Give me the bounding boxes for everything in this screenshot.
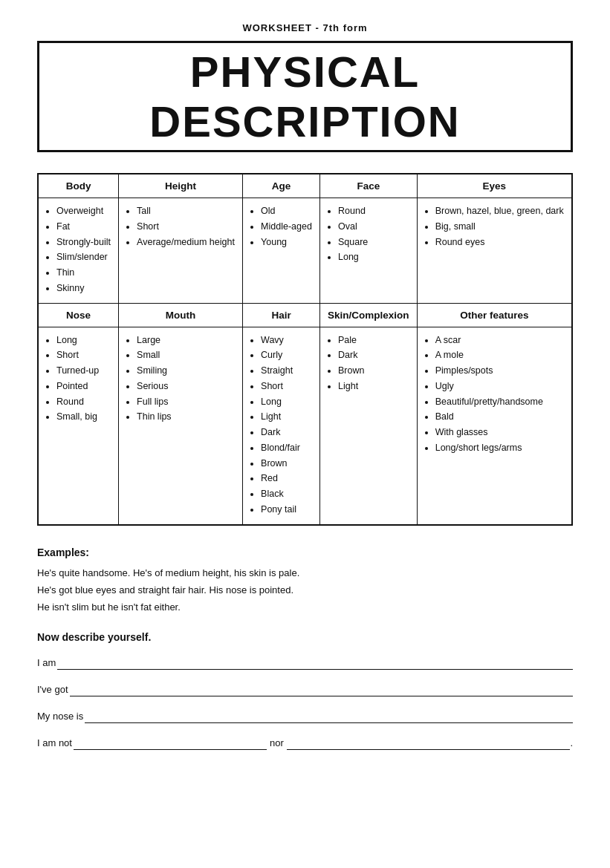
list-item: Average/medium height: [137, 235, 235, 249]
main-title: PHYSICAL DESCRIPTION: [37, 41, 573, 152]
list-item: Middle-aged: [261, 220, 312, 234]
list-item: Round eyes: [435, 235, 564, 249]
examples-section: Examples: He's quite handsome. He's of m…: [37, 546, 573, 616]
col-header-age: Age: [243, 174, 320, 198]
list-item: A mole: [435, 348, 564, 362]
list-item: Square: [338, 235, 409, 249]
list-item: Smiling: [137, 364, 235, 378]
list-item: Fat: [56, 220, 111, 234]
list-item: Pimples/spots: [435, 364, 564, 378]
nor-label: nor: [270, 737, 284, 750]
list-item: Short: [261, 379, 312, 394]
list-item: Ugly: [435, 379, 564, 394]
mouth-cell: Large Small Smiling Serious Full lips Th…: [119, 327, 243, 525]
list-item: Old: [261, 204, 312, 218]
list-item: Long: [261, 395, 312, 409]
list-item: A scar: [435, 333, 564, 347]
example-line-2: He's got blue eyes and straight fair hai…: [37, 581, 573, 598]
list-item: Oval: [338, 220, 409, 234]
hair-cell: Wavy Curly Straight Short Long Light Dar…: [243, 327, 320, 525]
list-item: Round: [56, 395, 111, 409]
list-item: Beautiful/pretty/handsome: [435, 395, 564, 409]
ive-got-label: I've got: [37, 684, 68, 696]
other-cell: A scar A mole Pimples/spots Ugly Beautif…: [417, 327, 572, 525]
list-item: Full lips: [137, 395, 235, 409]
col-header-face: Face: [320, 174, 418, 198]
list-item: Brown: [338, 364, 409, 378]
list-item: Short: [56, 348, 111, 362]
list-item: Big, small: [435, 220, 564, 234]
list-item: Long: [338, 250, 409, 264]
list-item: Wavy: [261, 333, 312, 347]
ive-got-input[interactable]: [70, 683, 573, 696]
body-cell: Overweight Fat Strongly-built Slim/slend…: [38, 198, 119, 304]
describe-label: Now describe yourself.: [37, 631, 573, 643]
col-header-mouth: Mouth: [119, 303, 243, 327]
list-item: Skinny: [56, 281, 111, 296]
list-item: Bald: [435, 410, 564, 424]
list-item: Young: [261, 235, 312, 249]
list-item: Thin lips: [137, 410, 235, 424]
example-line-3: He isn't slim but he isn't fat either.: [37, 598, 573, 616]
nose-line: My nose is: [37, 710, 573, 723]
examples-label: Examples:: [37, 546, 573, 558]
i-am-input[interactable]: [57, 656, 573, 670]
example-line-1: He's quite handsome. He's of medium heig…: [37, 564, 573, 581]
list-item: Thin: [56, 266, 111, 280]
list-item: Light: [261, 410, 312, 424]
list-item: Dark: [338, 348, 409, 362]
col-header-nose: Nose: [38, 303, 119, 327]
list-item: Black: [261, 487, 312, 501]
eyes-cell: Brown, hazel, blue, green, dark Big, sma…: [417, 198, 572, 304]
describe-section: Now describe yourself. I am I've got My …: [37, 631, 573, 750]
list-item: Straight: [261, 364, 312, 378]
list-item: Pony tail: [261, 503, 312, 517]
list-item: Long: [56, 333, 111, 347]
nose-input[interactable]: [85, 710, 573, 723]
list-item: Small, big: [56, 410, 111, 424]
list-item: Curly: [261, 348, 312, 362]
col-header-other: Other features: [417, 303, 572, 327]
col-header-skin: Skin/Complexion: [320, 303, 418, 327]
worksheet-label: WORKSHEET - 7th form: [37, 22, 573, 33]
nor-input[interactable]: [287, 737, 571, 750]
list-item: Blond/fair: [261, 441, 312, 455]
list-item: Pointed: [56, 379, 111, 394]
vocabulary-table: Body Height Age Face Eyes Overweight Fat…: [37, 173, 573, 526]
list-item: Strongly-built: [56, 235, 111, 249]
list-item: Brown: [261, 457, 312, 471]
not-label: I am not: [37, 737, 72, 750]
list-item: With glasses: [435, 425, 564, 440]
list-item: Turned-up: [56, 364, 111, 378]
list-item: Overweight: [56, 204, 111, 218]
col-header-body: Body: [38, 174, 119, 198]
age-cell: Old Middle-aged Young: [243, 198, 320, 304]
face-cell: Round Oval Square Long: [320, 198, 418, 304]
height-cell: Tall Short Average/medium height: [119, 198, 243, 304]
list-item: Red: [261, 471, 312, 486]
list-item: Dark: [261, 425, 312, 440]
list-item: Round: [338, 204, 409, 218]
list-item: Slim/slender: [56, 250, 111, 264]
list-item: Brown, hazel, blue, green, dark: [435, 204, 564, 218]
i-am-label: I am: [37, 657, 56, 670]
list-item: Large: [137, 333, 235, 347]
skin-cell: Pale Dark Brown Light: [320, 327, 418, 525]
list-item: Pale: [338, 333, 409, 347]
list-item: Small: [137, 348, 235, 362]
col-header-hair: Hair: [243, 303, 320, 327]
not-input[interactable]: [74, 737, 267, 750]
col-header-eyes: Eyes: [417, 174, 572, 198]
not-nor-line: I am not nor .: [37, 737, 573, 750]
examples-text: He's quite handsome. He's of medium heig…: [37, 564, 573, 616]
list-item: Short: [137, 220, 235, 234]
list-item: Long/short legs/arms: [435, 441, 564, 455]
nose-label: My nose is: [37, 711, 83, 723]
list-item: Light: [338, 379, 409, 394]
i-am-line: I am: [37, 656, 573, 670]
period: .: [570, 737, 573, 750]
ive-got-line: I've got: [37, 683, 573, 696]
list-item: Tall: [137, 204, 235, 218]
nose-cell: Long Short Turned-up Pointed Round Small…: [38, 327, 119, 525]
list-item: Serious: [137, 379, 235, 394]
